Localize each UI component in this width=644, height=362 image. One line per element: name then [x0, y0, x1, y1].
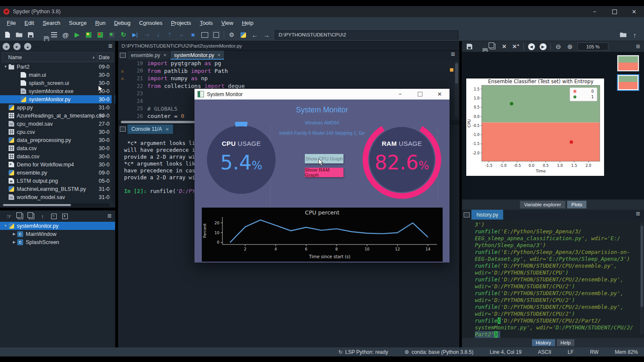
menu-file[interactable]: File	[3, 20, 20, 26]
show-ram-graph-button[interactable]: Show RAM Graph	[305, 168, 343, 177]
browse-tabs-icon[interactable]	[118, 51, 128, 60]
menu-tools[interactable]: Tools	[195, 20, 217, 26]
column-name[interactable]: Name	[2, 54, 92, 60]
debug-continue-icon[interactable]: »	[176, 30, 187, 40]
twisty-icon[interactable]: ▶	[11, 240, 17, 244]
outline-item[interactable]: ▶CSplashScreen	[0, 238, 115, 246]
menu-source[interactable]: Source	[65, 20, 91, 26]
new-window-icon[interactable]	[199, 30, 210, 40]
file-row[interactable]: data.csv30-0	[0, 144, 115, 152]
menu-debug[interactable]: Debug	[110, 20, 135, 26]
file-row[interactable]: workflow_model.sav31-0	[0, 193, 115, 201]
expand-all-icon[interactable]	[59, 214, 70, 219]
new-file-icon[interactable]	[2, 30, 13, 40]
file-row[interactable]: cpu.csv30-0	[0, 128, 115, 136]
file-row[interactable]: LSTM output.png05-0	[0, 177, 115, 185]
restart-kernel-icon[interactable]: ↻	[118, 30, 129, 40]
run-icon[interactable]: ▶	[71, 30, 83, 40]
history-options-icon[interactable]: ≡	[636, 212, 640, 220]
browse-tabs-icon[interactable]	[118, 124, 128, 134]
file-row[interactable]: app.py31-0	[0, 103, 115, 112]
open-directory-icon[interactable]	[617, 30, 629, 40]
outline-item[interactable]: ▶CMainWindow	[0, 230, 115, 238]
previous-plot-icon[interactable]: ◀	[526, 42, 537, 52]
previous-directory-icon[interactable]: ◂	[3, 43, 10, 50]
window-close-button[interactable]: ✕	[624, 6, 644, 17]
zoom-out-icon[interactable]: ⊖	[553, 42, 564, 52]
next-plot-icon[interactable]: ▶	[537, 42, 549, 52]
file-row[interactable]: Demo for Workflow.mp430-0	[0, 160, 115, 169]
plots-zoom-value[interactable]: 105 %	[577, 42, 608, 51]
window-minimize-button[interactable]: −	[585, 6, 605, 17]
forward-icon[interactable]: →	[261, 30, 272, 40]
file-row[interactable]: ▼Part209-0	[0, 63, 115, 71]
window-maximize-button[interactable]	[605, 6, 624, 17]
history-tab[interactable]: history.py	[471, 210, 503, 220]
save-plot-icon[interactable]	[464, 42, 475, 52]
close-icon[interactable]: ✕	[165, 127, 169, 132]
debug-step-over-icon[interactable]: ⇢	[141, 30, 152, 40]
menu-consoles[interactable]: Consoles	[135, 20, 167, 26]
working-directory-field[interactable]: D:\PYTHON\STUDENT\CPU\2	[275, 30, 459, 39]
file-row[interactable]: systemMonitor.py30-0	[0, 95, 115, 103]
monitor-close-button[interactable]: ✕	[430, 89, 450, 100]
remove-plot-icon[interactable]: ✕	[498, 42, 510, 52]
monitor-maximize-button[interactable]	[410, 89, 430, 100]
explorer-hscrollbar[interactable]	[2, 203, 110, 207]
column-date[interactable]: Date	[97, 54, 113, 60]
plots-options-icon[interactable]: ≡	[636, 45, 640, 49]
menu-run[interactable]: Run	[91, 20, 110, 26]
copy-plus-icon[interactable]	[26, 214, 37, 219]
explorer-header[interactable]: Name ▲ Date	[2, 52, 113, 62]
save-icon[interactable]	[25, 30, 36, 40]
plot-thumbnail[interactable]	[617, 74, 639, 91]
outline-item[interactable]: ▼systemMonitor.py	[0, 222, 115, 230]
find-in-files-icon[interactable]: @	[60, 30, 71, 40]
history-vscrollbar[interactable]	[640, 222, 644, 335]
save-all-plots-icon[interactable]	[475, 42, 487, 52]
go-to-cursor-icon[interactable]: ☞	[3, 213, 15, 220]
twisty-icon[interactable]: ▼	[3, 65, 9, 69]
plot-thumbnail[interactable]	[617, 55, 639, 72]
outline-options-icon[interactable]: ≡	[107, 214, 112, 218]
collapse-all-icon[interactable]	[48, 214, 59, 219]
twisty-icon[interactable]: ▶	[11, 232, 17, 236]
menu-projects[interactable]: Projects	[167, 20, 195, 26]
file-row[interactable]: AzureReadings_at_a_timestamp.csv30-0	[0, 112, 115, 120]
editor-vscrollbar[interactable]	[455, 61, 459, 117]
back-icon[interactable]: ←	[249, 30, 261, 40]
parent-directory-icon[interactable]: ▴	[24, 43, 31, 50]
file-row[interactable]: ensemble.py09-0	[0, 169, 115, 177]
tab-help[interactable]: Help	[557, 339, 575, 346]
explorer-options-icon[interactable]: ≡	[108, 44, 112, 48]
preferences-icon[interactable]: ⚙	[226, 30, 237, 40]
tab-plots[interactable]: Plots	[567, 201, 587, 208]
open-file-icon[interactable]	[13, 30, 25, 40]
save-all-icon[interactable]	[36, 30, 48, 40]
tab-variable-explorer[interactable]: Variable explorer	[520, 201, 565, 208]
editor-options-icon[interactable]: ≡	[451, 52, 455, 60]
monitor-titlebar[interactable]: System Monitor − ✕	[194, 89, 450, 100]
debug-icon[interactable]: ▶|	[129, 30, 141, 40]
history-log[interactable]: 3')runfile('E:/Python/Sleep_Apena/3/EEG_…	[462, 220, 644, 338]
close-icon[interactable]: ✕	[217, 53, 221, 57]
parent-directory-icon[interactable]: ↑	[629, 30, 641, 40]
show-cpu-graph-button[interactable]: Show CPU Graph	[305, 154, 343, 163]
editor-tab[interactable]: systemMonitor.py✕	[170, 51, 225, 60]
menu-view[interactable]: View	[217, 20, 237, 26]
maximize-pane-icon[interactable]	[210, 30, 222, 40]
twisty-icon[interactable]: ▼	[3, 224, 9, 228]
file-row[interactable]: datas.csv30-0	[0, 152, 115, 160]
go-up-icon[interactable]: ↑	[37, 213, 48, 220]
debug-step-out-icon[interactable]: ⇡	[164, 30, 176, 40]
next-directory-icon[interactable]: ▸	[13, 43, 21, 50]
file-row[interactable]: MachineLearning_BLSTM.py31-0	[0, 185, 115, 193]
run-selection-icon[interactable]	[106, 30, 118, 40]
python-path-manager-icon[interactable]	[237, 30, 249, 40]
menu-edit[interactable]: Edit	[20, 20, 38, 26]
zoom-in-icon[interactable]: ⊕	[564, 42, 576, 52]
close-icon[interactable]: ✕	[163, 53, 167, 57]
run-cell-icon[interactable]	[83, 30, 94, 40]
monitor-minimize-button[interactable]: −	[390, 89, 410, 100]
explorer-vscrollbar[interactable]	[112, 63, 115, 203]
